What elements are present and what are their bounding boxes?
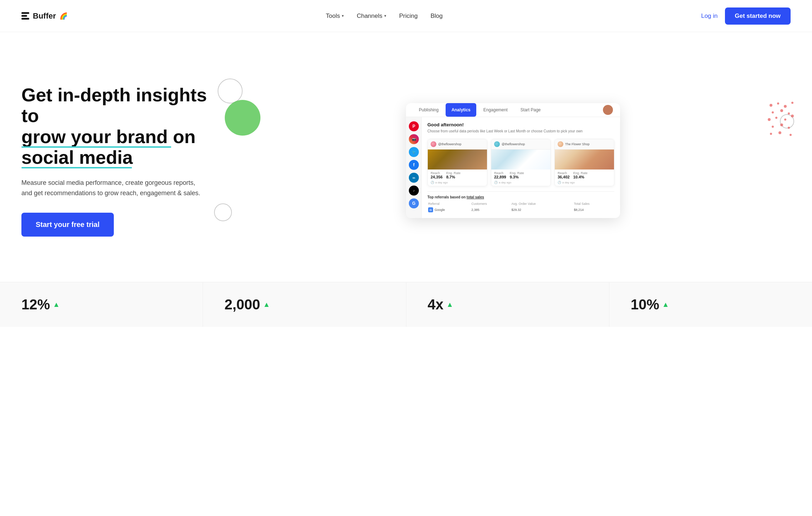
social-icon-linkedin[interactable]: in [409,173,419,183]
referral-section: Top referrals based on total sales Refer… [427,191,614,213]
stat-arrow-1: ▲ [263,300,270,309]
referral-total-sales: $8,214 [574,207,614,212]
chevron-down-icon: ▾ [342,14,344,18]
nav-links: Tools ▾ Channels ▾ Pricing Blog [326,12,443,20]
referral-avg-order: $29.32 [512,207,573,212]
profile-avatar-2 [494,141,500,147]
col-avg-order: Avg. Order Value [512,202,573,207]
svg-point-5 [780,109,783,112]
social-sidebar: P 📷 🐦 f in ♪ G [406,117,422,218]
stat-block-1: 2,000 ▲ [203,282,406,327]
nav-item-pricing[interactable]: Pricing [399,12,418,20]
login-button[interactable]: Log in [701,12,717,20]
svg-point-7 [768,118,771,121]
col-customers: Customers [471,202,511,207]
hero-description: Measure social media performance, create… [21,178,207,198]
col-referral: Referral [428,202,471,207]
logo-text: Buffer [33,11,56,21]
profile-cards: @theflowershop Reach 24,356 Eng. Rate [427,139,614,186]
svg-point-6 [788,112,790,115]
nav-item-blog[interactable]: Blog [431,12,443,20]
stat-value-0: 12% [21,297,50,313]
svg-point-4 [772,111,774,113]
clock-icon-2: 🕐 [494,181,498,184]
clock-icon-3: 🕐 [558,181,561,184]
tab-engagement[interactable]: Engagement [478,103,513,117]
social-icon-tiktok[interactable]: ♪ [409,186,419,196]
trial-button[interactable]: Start your free trial [21,213,114,237]
svg-point-3 [791,102,793,104]
main-nav: Buffer 🌈 Tools ▾ Channels ▾ Pricing Blog [0,0,812,32]
svg-point-14 [770,133,772,135]
profile-avatar-3 [558,141,563,147]
buffer-logo-icon [21,12,29,20]
deco-circle-1 [218,79,243,103]
profile-card-3: The Flower Shop Reach 36,402 Eng. Rate [554,139,614,186]
social-icon-instagram[interactable]: 📷 [409,134,419,144]
social-icon-twitter[interactable]: 🐦 [409,147,419,157]
nav-item-channels[interactable]: Channels ▾ [357,12,386,20]
google-icon: G [428,207,433,212]
profile-card-2: @theflowershop Reach 22,899 Eng. Rate [491,139,551,186]
tab-publishing[interactable]: Publishing [413,103,444,117]
svg-point-9 [784,118,786,121]
stat-block-0: 12% ▲ [0,282,203,327]
dashboard-subtitle: Choose from useful data periods like Las… [427,129,614,134]
clock-icon: 🕐 [431,181,434,184]
social-icon-google[interactable]: G [409,198,419,208]
svg-point-10 [791,115,794,117]
svg-point-15 [778,131,781,134]
hero-heading: Get in-depth insights to grow your brand… [21,85,207,168]
stat-value-3: 10% [631,297,659,313]
stat-block-3: 10% ▲ [609,282,812,327]
dashboard-main: Good afternoon! Choose from useful data … [422,117,620,218]
stat-value-2: 4x [428,297,444,313]
stats-bar: 12% ▲ 2,000 ▲ 4x ▲ 10% ▲ [0,282,812,327]
logo-emoji: 🌈 [60,12,67,20]
profile-card-1: @theflowershop Reach 24,356 Eng. Rate [427,139,487,186]
profile-image-2 [491,150,550,170]
hero-section: Get in-depth insights to grow your brand… [0,32,812,282]
referral-customers: 2,385 [471,207,511,212]
referral-title: Top referrals based on total sales [427,195,614,199]
col-total-sales: Total Sales [574,202,614,207]
svg-point-8 [775,117,777,119]
profile-handle-3: The Flower Shop [565,142,590,146]
svg-point-1 [777,102,779,105]
dashboard-body: P 📷 🐦 f in ♪ G Good afternoon! Choose fr… [406,117,620,218]
stat-arrow-0: ▲ [53,300,60,309]
svg-point-12 [780,123,783,126]
nav-actions: Log in Get started now [701,7,791,25]
stat-arrow-2: ▲ [446,300,453,309]
referral-table: Referral Customers Avg. Order Value Tota… [427,201,614,213]
deco-blob [225,100,260,136]
referral-source-name: Google [435,208,445,212]
referral-row: G Google 2,385 $29.32 $8,214 [428,207,614,212]
dashboard-mockup: Publishing Analytics Engagement Start Pa… [406,103,620,218]
deco-circle-2 [214,203,232,221]
profile-image-1 [428,150,487,170]
get-started-button[interactable]: Get started now [725,7,791,25]
stat-block-2: 4x ▲ [406,282,609,327]
svg-point-16 [790,134,792,136]
profile-avatar-1 [431,141,436,147]
svg-point-11 [772,126,774,128]
dashboard-greeting: Good afternoon! [427,122,614,127]
tab-start-page[interactable]: Start Page [515,103,547,117]
profile-handle-1: @theflowershop [438,142,461,146]
profile-image-3 [555,150,614,170]
social-icon-facebook[interactable]: f [409,160,419,170]
svg-point-2 [784,105,787,108]
profile-handle-2: @theflowershop [502,142,525,146]
logo[interactable]: Buffer 🌈 [21,11,67,21]
dashboard-avatar [603,105,613,115]
hero-illustration: Publishing Analytics Engagement Start Pa… [207,71,791,250]
nav-item-tools[interactable]: Tools ▾ [326,12,344,20]
stat-value-1: 2,000 [224,297,260,313]
svg-point-13 [788,127,790,129]
tab-analytics[interactable]: Analytics [446,103,476,117]
stat-arrow-3: ▲ [662,300,669,309]
social-icon-pinterest[interactable]: P [409,121,419,131]
dashboard-tabs: Publishing Analytics Engagement Start Pa… [406,103,620,117]
deco-dots [766,100,798,139]
